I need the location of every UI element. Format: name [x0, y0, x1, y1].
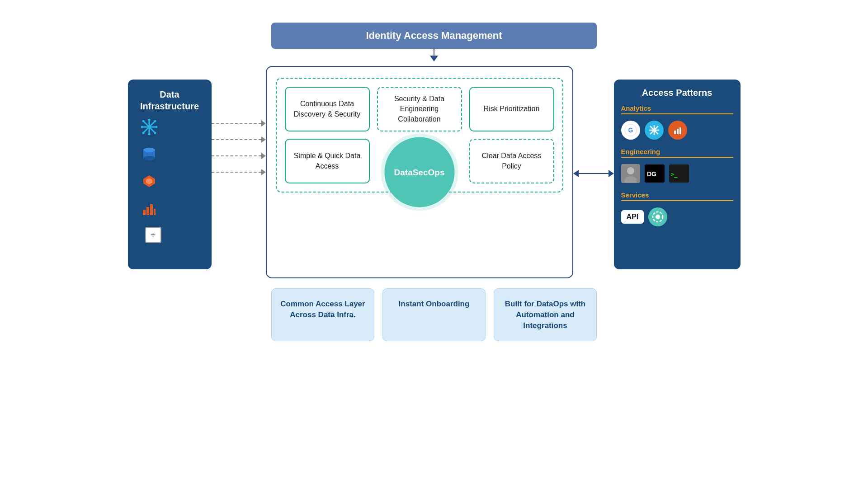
svg-rect-28: [674, 131, 676, 134]
dashed-line-3: [212, 155, 261, 156]
svg-text:DG: DG: [647, 170, 656, 178]
dashed-line-2: [212, 139, 261, 140]
double-arrow: [573, 170, 614, 177]
svg-rect-17: [143, 210, 146, 215]
google-analytics-icon: G: [621, 121, 640, 140]
svg-rect-30: [679, 127, 681, 134]
dashed-arrow-1: [212, 120, 266, 127]
iam-bar: Identity Access Management: [271, 23, 597, 49]
api-icon: API: [621, 210, 644, 224]
infra-icon-row-chart: [141, 200, 158, 217]
svg-point-9: [154, 132, 156, 134]
bottom-row: Common Access Layer Across Data Infra. I…: [271, 288, 597, 341]
arrow-head-1: [261, 120, 266, 127]
box-simple: Simple & Quick Data Access: [285, 139, 370, 183]
svg-rect-18: [146, 207, 149, 215]
bottom-card-1: Common Access Layer Across Data Infra.: [271, 288, 374, 341]
engineering-section-label: Engineering: [621, 148, 733, 158]
svg-text:G: G: [628, 127, 633, 134]
chart-analytics-icon: [668, 121, 687, 140]
bottom-card-3: Built for DataOps with Automation and In…: [494, 288, 597, 341]
iam-title: Identity Access Management: [366, 30, 502, 41]
svg-point-10: [154, 120, 156, 122]
middle-section: Data Infrastructure: [27, 61, 841, 278]
svg-point-6: [141, 126, 143, 128]
dashed-arrow-2: [212, 136, 266, 143]
analytics-icons-row: G: [621, 119, 733, 141]
datagrip-icon: DG: [645, 164, 665, 183]
access-patterns-title: Access Patterns: [642, 88, 712, 98]
svg-point-14: [143, 156, 155, 160]
iam-vert-line: [434, 49, 435, 56]
bottom-card-2: Instant Onboarding: [382, 288, 486, 341]
dashed-arrow-3: [212, 153, 266, 159]
datasecops-circle: DataSecOps: [384, 137, 454, 207]
svg-point-7: [155, 126, 157, 128]
dashed-line-1: [212, 123, 261, 124]
person-icon: [621, 164, 640, 183]
svg-point-4: [148, 119, 150, 121]
security-label: Security & Data Engineering Collaboratio…: [383, 94, 456, 124]
chart-icon: [141, 200, 158, 217]
infra-icons: +: [136, 118, 203, 243]
svg-point-13: [143, 148, 155, 152]
svg-text:>_: >_: [671, 171, 678, 178]
iam-arrow-down: [430, 56, 438, 61]
infra-icon-row-redshift: [141, 145, 158, 163]
clear-label: Clear Data Access Policy: [476, 151, 548, 171]
box-risk: Risk Prioritization: [469, 87, 554, 131]
center-main-box: Continuous Data Discovery & Security Sec…: [266, 66, 573, 278]
box-clear: Clear Data Access Policy: [469, 139, 554, 183]
arrow-left: [573, 170, 579, 177]
svg-point-11: [142, 132, 144, 134]
arrow-head-3: [261, 153, 266, 159]
svg-point-38: [656, 215, 660, 219]
datasecops-label: DataSecOps: [394, 167, 445, 177]
arrows-from-infra: [212, 120, 266, 175]
api-text: API: [627, 213, 639, 221]
arrow-head-4: [261, 169, 266, 175]
services-section-label: Services: [621, 191, 733, 201]
services-gear-icon: [648, 207, 667, 226]
snowflake-icon: [141, 118, 158, 136]
svg-point-5: [148, 133, 150, 136]
arrow-right: [609, 170, 614, 177]
snowflake-analytics-icon: [645, 121, 664, 140]
diagram-wrapper: Identity Access Management Data Infrastr…: [27, 23, 841, 465]
terminal-icon: >_: [669, 164, 689, 183]
h-line: [579, 173, 609, 174]
box-security: Security & Data Engineering Collaboratio…: [377, 87, 462, 131]
svg-point-32: [627, 167, 634, 174]
plus-label: +: [151, 230, 156, 240]
services-icons-row: API: [621, 206, 733, 228]
svg-rect-19: [150, 204, 153, 215]
box-continuous: Continuous Data Discovery & Security: [285, 87, 370, 131]
redshift-icon: [141, 145, 158, 163]
plus-box: +: [145, 227, 161, 243]
simple-label: Simple & Quick Data Access: [291, 151, 363, 171]
risk-label: Risk Prioritization: [484, 104, 540, 114]
dashed-line-4: [212, 172, 261, 173]
svg-rect-29: [677, 129, 679, 134]
iam-arrow: [430, 49, 438, 62]
dashed-wrapper: Continuous Data Discovery & Security Sec…: [276, 78, 563, 267]
data-infra-box: Data Infrastructure: [128, 80, 212, 269]
access-patterns-box: Access Patterns Analytics G: [614, 80, 741, 269]
analytics-section-label: Analytics: [621, 104, 733, 114]
infra-icon-row-snowflake: [141, 118, 158, 136]
infra-icon-row-databricks: [141, 173, 158, 190]
svg-point-8: [142, 120, 144, 122]
dashed-arrow-4: [212, 169, 266, 175]
continuous-label: Continuous Data Discovery & Security: [291, 99, 363, 119]
data-infra-title: Data Infrastructure: [136, 89, 203, 112]
arrow-head-2: [261, 136, 266, 143]
engineering-icons-row: DG >_: [621, 162, 733, 185]
databricks-icon: [141, 173, 158, 190]
full-layout: Identity Access Management Data Infrastr…: [27, 23, 841, 341]
svg-rect-20: [154, 209, 156, 215]
